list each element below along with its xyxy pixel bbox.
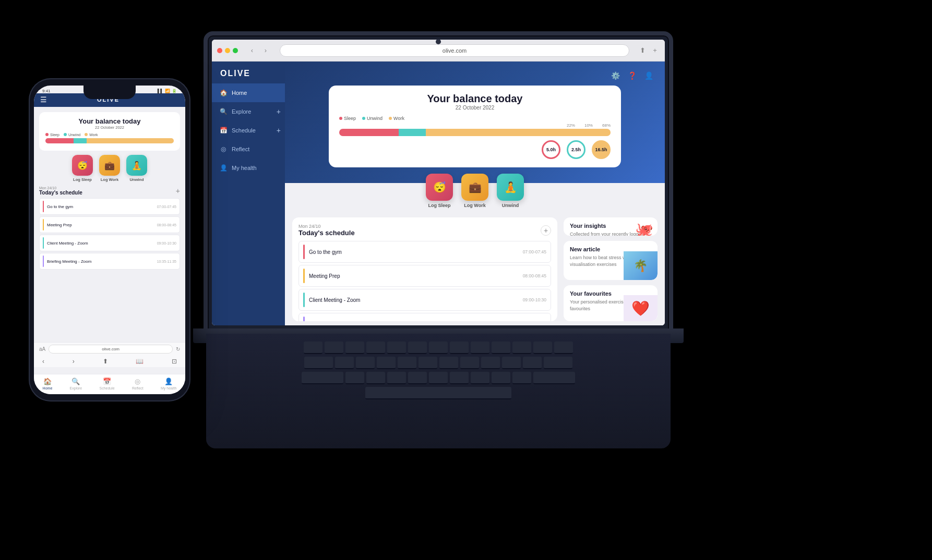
phone-log-sleep-button[interactable]: 😴 Log Sleep bbox=[72, 155, 93, 182]
phone-forward-btn[interactable]: › bbox=[73, 358, 75, 365]
phone-log-sleep-icon: 😴 bbox=[72, 155, 93, 176]
work-metric: 16.5h bbox=[592, 139, 611, 160]
sleep-metric: 5.0h bbox=[542, 139, 560, 160]
phone-nav-home[interactable]: 🏠 Home bbox=[43, 378, 53, 390]
bar-legends: Sleep Unwind Work bbox=[339, 116, 611, 121]
schedule-title: Today's schedule bbox=[298, 229, 355, 237]
sidebar-item-explore[interactable]: 🔍 Explore + bbox=[212, 102, 285, 121]
wifi-icon: 📶 bbox=[165, 89, 170, 93]
log-work-icon: 💼 bbox=[461, 174, 488, 201]
phone-unwind-button[interactable]: 🧘 Unwind bbox=[126, 155, 147, 182]
sidebar-health-label: My health bbox=[232, 165, 257, 171]
table-row[interactable]: Meeting Prep 08:00-08:45 bbox=[298, 265, 551, 287]
settings-icon[interactable]: ⚙️ bbox=[610, 70, 621, 81]
new-article-card[interactable]: New article Learn how to beat stress wit… bbox=[564, 241, 658, 280]
table-row[interactable]: Briefing Meeting - Zoom 10:35-11:35 bbox=[298, 313, 551, 321]
key bbox=[512, 372, 531, 384]
phone-bookmarks-btn[interactable]: 📖 bbox=[136, 358, 144, 365]
phone-menu-icon[interactable]: ☰ bbox=[40, 95, 47, 104]
log-work-label: Log Work bbox=[464, 203, 485, 208]
phone-url-input[interactable]: olive.com bbox=[49, 345, 173, 354]
phone-activity-bar bbox=[45, 138, 174, 143]
maximize-button[interactable] bbox=[233, 48, 238, 53]
phone-font-icon: aA bbox=[39, 346, 45, 352]
phone-unwind-icon: 🧘 bbox=[126, 155, 147, 176]
phone-log-work-button[interactable]: 💼 Log Work bbox=[99, 155, 120, 182]
phone-item-name: Client Meeting - Zoom bbox=[47, 241, 154, 246]
percentage-labels: 22% 10% 68% bbox=[339, 123, 611, 128]
unwind-button[interactable]: 🧘 Unwind bbox=[497, 174, 524, 208]
list-item[interactable]: Meeting Prep 08:00-08:45 bbox=[39, 216, 180, 233]
phone-nav-reflect-label: Reflect bbox=[132, 386, 144, 390]
phone-log-work-icon: 💼 bbox=[99, 155, 120, 176]
schedule-date-label: Mon 24/10 Today's schedule bbox=[298, 224, 355, 237]
log-work-button[interactable]: 💼 Log Work bbox=[461, 174, 488, 208]
sidebar-item-reflect[interactable]: ◎ Reflect bbox=[212, 140, 285, 159]
schedule-item-name: Briefing Meeting - Zoom bbox=[309, 321, 519, 322]
sleep-legend: Sleep bbox=[339, 116, 356, 121]
browser-actions: ⬆ + bbox=[638, 46, 660, 55]
key bbox=[533, 372, 575, 384]
sidebar-item-health[interactable]: 👤 My health bbox=[212, 159, 285, 177]
phone-share-btn[interactable]: ⬆ bbox=[103, 358, 108, 365]
phone-screen: 9:41 ▌▌ 📶 🔋 ☰ OLIVE Your balance today 2… bbox=[34, 86, 185, 394]
add-schedule-button[interactable]: + bbox=[541, 225, 551, 236]
phone-nav-schedule-label: Schedule bbox=[100, 386, 115, 390]
your-insights-card[interactable]: Your insights Collected from your recent… bbox=[564, 217, 658, 236]
share-icon[interactable]: ⬆ bbox=[638, 46, 647, 55]
list-item[interactable]: Client Meeting - Zoom 09:00-10:30 bbox=[39, 235, 180, 251]
sidebar-item-home[interactable]: 🏠 Home bbox=[212, 83, 285, 102]
favourites-card[interactable]: Your favourites Your personalised exerci… bbox=[564, 285, 658, 321]
phone-nav-health[interactable]: 👤 My health bbox=[161, 378, 176, 390]
unwind-label: Unwind bbox=[502, 203, 519, 208]
phone-schedule-date: Mon 24/10 bbox=[39, 186, 82, 190]
log-sleep-button[interactable]: 😴 Log Sleep bbox=[426, 174, 453, 208]
list-item[interactable]: Briefing Meeting - Zoom 10:35-11:35 bbox=[39, 253, 180, 270]
table-row[interactable]: Client Meeting - Zoom 09:00-10:30 bbox=[298, 289, 551, 311]
phone-item-name: Briefing Meeting - Zoom bbox=[47, 259, 154, 264]
forward-button[interactable]: › bbox=[260, 45, 271, 56]
unwind-pct: 10% bbox=[584, 123, 593, 128]
phone-explore-icon: 🔍 bbox=[71, 378, 80, 385]
phone-nav-explore[interactable]: 🔍 Explore bbox=[70, 378, 82, 390]
key bbox=[523, 357, 542, 369]
work-pct: 68% bbox=[602, 123, 611, 128]
phone-action-buttons: 😴 Log Sleep 💼 Log Work 🧘 Unwind bbox=[39, 155, 180, 182]
list-item[interactable]: Go to the gym 07:00-07:45 bbox=[39, 198, 180, 215]
address-bar[interactable]: olive.com bbox=[280, 44, 629, 57]
table-row[interactable]: Go to the gym 07:00-07:45 bbox=[298, 241, 551, 263]
key bbox=[492, 372, 510, 384]
laptop-keyboard bbox=[206, 334, 671, 448]
key bbox=[304, 342, 322, 354]
key bbox=[366, 372, 385, 384]
phone-item-time: 08:00-08:45 bbox=[157, 223, 176, 227]
phone-nav-reflect[interactable]: ◎ Reflect bbox=[132, 378, 144, 390]
key bbox=[366, 342, 385, 354]
work-legend: Work bbox=[389, 116, 404, 121]
sidebar-item-schedule[interactable]: 📅 Schedule + bbox=[212, 121, 285, 140]
back-button[interactable]: ‹ bbox=[246, 45, 258, 56]
phone-work-legend: Work bbox=[85, 133, 98, 137]
phone-nav-schedule[interactable]: 📅 Schedule bbox=[100, 378, 115, 390]
phone-bar-legends: Sleep Unwind Work bbox=[45, 133, 174, 137]
work-circle: 16.5h bbox=[592, 140, 611, 159]
spacebar-key bbox=[365, 387, 511, 399]
phone-work-bar bbox=[87, 138, 174, 143]
phone-add-schedule-icon[interactable]: + bbox=[176, 187, 180, 195]
battery-icon: 🔋 bbox=[172, 89, 177, 93]
profile-icon[interactable]: 👤 bbox=[643, 70, 654, 81]
minimize-button[interactable] bbox=[225, 48, 230, 53]
item-color-bar bbox=[303, 269, 305, 283]
phone-tabs-btn[interactable]: ⊡ bbox=[172, 358, 177, 365]
phone-log-sleep-label: Log Sleep bbox=[73, 177, 92, 182]
close-button[interactable] bbox=[217, 48, 222, 53]
add-tab-icon[interactable]: + bbox=[650, 46, 660, 55]
key bbox=[450, 372, 469, 384]
phone-refresh-icon[interactable]: ↻ bbox=[176, 346, 180, 352]
key bbox=[544, 357, 572, 369]
phone-back-btn[interactable]: ‹ bbox=[42, 358, 44, 365]
phone-item-time: 09:00-10:30 bbox=[157, 241, 176, 245]
phone-schedule-icon: 📅 bbox=[103, 378, 111, 385]
sidebar-nav: 🏠 Home 🔍 Explore + 📅 Schedule + bbox=[212, 83, 285, 177]
help-icon[interactable]: ❓ bbox=[626, 70, 638, 81]
